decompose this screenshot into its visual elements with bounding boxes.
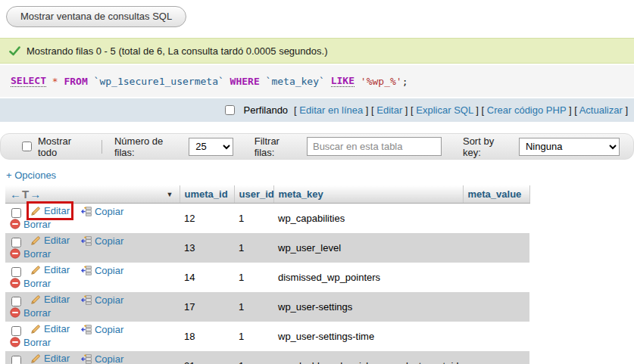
row-delete-link[interactable]: Borrar bbox=[23, 307, 51, 319]
cell-user-id: 1 bbox=[234, 351, 273, 364]
row-copy-action[interactable]: Copiar bbox=[81, 353, 123, 364]
row-edit-action[interactable]: Editar bbox=[30, 323, 70, 334]
row-delete-action[interactable]: Borrar bbox=[10, 219, 51, 230]
column-header-meta-value[interactable]: meta_value bbox=[463, 185, 529, 204]
table-row: EditarCopiarBorrar141dismissed_wp_pointe… bbox=[5, 263, 529, 292]
row-copy-action[interactable]: Copiar bbox=[81, 265, 123, 276]
row-edit-link[interactable]: Editar bbox=[44, 205, 70, 216]
copy-icon bbox=[81, 236, 92, 246]
row-delete-link[interactable]: Borrar bbox=[23, 337, 51, 348]
table-row: EditarCopiarBorrar181wp_user-settings-ti… bbox=[5, 322, 529, 351]
results-table-body: EditarCopiarBorrar121wp_capabilitiesEdit… bbox=[5, 204, 529, 364]
show-all-checkbox[interactable] bbox=[22, 142, 32, 151]
query-link-actualizar[interactable]: Actualizar bbox=[579, 104, 623, 116]
sql-token bbox=[354, 76, 361, 87]
row-actions-cell: EditarCopiarBorrar bbox=[5, 263, 180, 292]
cell-user-id: 1 bbox=[234, 204, 273, 234]
row-checkbox[interactable] bbox=[11, 238, 21, 247]
query-link-crear-c-digo-php[interactable]: Crear código PHP bbox=[487, 104, 567, 116]
sql-token bbox=[88, 76, 94, 87]
query-link-explicar-sql[interactable]: Explicar SQL bbox=[416, 104, 473, 116]
row-actions-cell: EditarCopiarBorrar bbox=[5, 204, 180, 234]
row-copy-link[interactable]: Copiar bbox=[95, 235, 123, 247]
bracket: ] bbox=[363, 104, 371, 116]
profiling-checkbox[interactable] bbox=[225, 105, 235, 115]
row-edit-link[interactable]: Editar bbox=[44, 235, 70, 246]
delete-icon bbox=[10, 248, 20, 259]
cell-meta-value bbox=[463, 351, 529, 364]
show-sql-window-button[interactable]: Mostrar ventana de consultas SQL bbox=[6, 6, 186, 27]
row-copy-link[interactable]: Copiar bbox=[95, 206, 123, 217]
bracket: ] bbox=[566, 104, 574, 116]
row-delete-action[interactable]: Borrar bbox=[10, 248, 51, 260]
row-copy-action[interactable]: Copiar bbox=[81, 206, 123, 217]
column-header-user-id[interactable]: user_id bbox=[234, 185, 273, 204]
row-edit-link[interactable]: Editar bbox=[44, 264, 70, 275]
row-delete-action[interactable]: Borrar bbox=[10, 337, 51, 348]
row-edit-action[interactable]: Editar bbox=[30, 205, 70, 216]
row-edit-action[interactable]: Editar bbox=[30, 353, 70, 364]
row-checkbox[interactable] bbox=[11, 267, 21, 277]
row-edit-link[interactable]: Editar bbox=[44, 323, 70, 334]
copy-icon bbox=[81, 266, 92, 275]
sql-token: * bbox=[52, 76, 58, 87]
sort-by-key-select[interactable]: Ninguna bbox=[519, 138, 620, 156]
row-edit-action[interactable]: Editar bbox=[30, 294, 70, 305]
row-checkbox[interactable] bbox=[11, 326, 21, 336]
cell-user-id: 1 bbox=[234, 322, 273, 351]
row-checkbox[interactable] bbox=[11, 356, 21, 364]
sql-token: FROM bbox=[64, 76, 87, 87]
row-actions-cell: EditarCopiarBorrar bbox=[5, 351, 180, 364]
row-delete-link[interactable]: Borrar bbox=[23, 219, 51, 230]
cell-user-id: 1 bbox=[234, 233, 273, 263]
row-copy-action[interactable]: Copiar bbox=[81, 294, 123, 306]
show-all-label: Mostrar todo bbox=[38, 135, 89, 158]
query-success-alert: Mostrando filas 0 - 5 (total de 6, La co… bbox=[0, 38, 634, 64]
actions-dropdown-icon[interactable]: ▼ bbox=[167, 191, 173, 198]
row-actions-cell: EditarCopiarBorrar bbox=[5, 233, 180, 263]
row-copy-link[interactable]: Copiar bbox=[95, 294, 123, 306]
row-copy-action[interactable]: Copiar bbox=[81, 324, 123, 335]
table-row: EditarCopiarBorrar211wp_dashboard_quick_… bbox=[5, 351, 529, 364]
cell-umeta-id: 18 bbox=[180, 322, 234, 351]
query-link-editar[interactable]: Editar bbox=[376, 104, 402, 116]
sql-token bbox=[260, 76, 266, 87]
profiling-links: [ Editar en línea ] [ Editar ] [ Explica… bbox=[294, 104, 628, 116]
row-checkbox[interactable] bbox=[11, 208, 21, 218]
options-toggle-link[interactable]: + Opciones bbox=[6, 170, 56, 181]
cell-umeta-id: 17 bbox=[180, 292, 234, 322]
row-delete-link[interactable]: Borrar bbox=[23, 248, 51, 260]
row-edit-link[interactable]: Editar bbox=[44, 294, 70, 305]
sql-token bbox=[325, 76, 331, 87]
cell-meta-value bbox=[463, 233, 529, 263]
rows-count-select[interactable]: 25 bbox=[189, 138, 233, 156]
success-check-icon bbox=[9, 46, 20, 56]
sql-token: ; bbox=[402, 76, 408, 87]
cell-umeta-id: 12 bbox=[180, 204, 234, 234]
filter-rows-input[interactable] bbox=[307, 137, 442, 156]
column-header-umeta-id[interactable]: umeta_id bbox=[180, 185, 234, 204]
query-link-editar-en-l-nea[interactable]: Editar en línea bbox=[299, 104, 363, 116]
transform-nav-icon[interactable]: ←T→ bbox=[10, 188, 42, 201]
row-checkbox[interactable] bbox=[11, 297, 21, 306]
copy-icon bbox=[81, 354, 92, 364]
row-edit-action[interactable]: Editar bbox=[30, 264, 70, 275]
row-delete-action[interactable]: Borrar bbox=[10, 307, 51, 319]
row-delete-action[interactable]: Borrar bbox=[10, 278, 51, 289]
bracket: [ bbox=[482, 104, 487, 116]
row-copy-link[interactable]: Copiar bbox=[95, 353, 123, 364]
pencil-icon bbox=[30, 206, 41, 216]
rows-count-label: Número de filas: bbox=[114, 135, 181, 158]
sql-token bbox=[224, 76, 230, 87]
cell-meta-key: dismissed_wp_pointers bbox=[273, 263, 463, 292]
cell-meta-key: wp_user_level bbox=[273, 233, 463, 263]
bracket: ] bbox=[473, 104, 482, 116]
row-copy-action[interactable]: Copiar bbox=[81, 235, 123, 247]
row-delete-link[interactable]: Borrar bbox=[23, 278, 51, 289]
row-edit-link[interactable]: Editar bbox=[44, 353, 70, 364]
row-copy-link[interactable]: Copiar bbox=[95, 265, 123, 276]
row-edit-action[interactable]: Editar bbox=[30, 235, 70, 246]
row-copy-link[interactable]: Copiar bbox=[95, 324, 123, 335]
column-header-meta-key[interactable]: meta_key bbox=[273, 185, 463, 204]
pencil-icon bbox=[30, 353, 41, 364]
